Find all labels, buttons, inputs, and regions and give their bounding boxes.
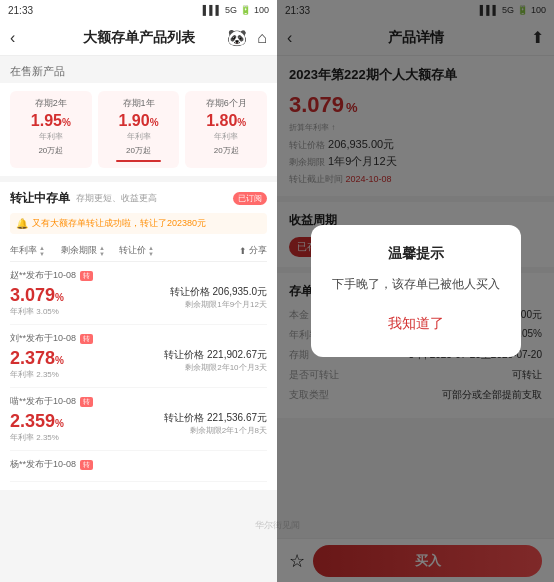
rate-card-2[interactable]: 存期6个月 1.80% 年利率 20万起	[185, 91, 267, 168]
left-nav-bar: ‹ 大额存单产品列表 🐼 ⌂	[0, 20, 277, 56]
transfer-item-2-price: 转让价格 221,536.67元	[72, 411, 267, 425]
transfer-item-3-publisher: 杨**发布于10-08	[10, 458, 76, 471]
share-button[interactable]: ⬆ 分享	[239, 244, 267, 257]
transfer-item-1-tag: 转	[80, 334, 93, 344]
rate-card-0-term: 存期2年	[14, 97, 88, 110]
rate-card-2-sub: 年利率	[189, 131, 263, 142]
transfer-item-0-rate-sub: 年利率 3.05%	[10, 306, 64, 317]
transfer-list-header: 年利率 ▲▼ 剩余期限 ▲▼ 转让价 ▲▼ ⬆ 分享	[10, 240, 267, 262]
transfer-section: 转让中存单 存期更短、收益更高 已订阅 🔔 又有大额存单转让成功啦，转让了202…	[0, 182, 277, 490]
transfer-item-1-header: 刘**发布于10-08 转	[10, 332, 267, 345]
transfer-item-3-tag: 转	[80, 460, 93, 470]
sort-rate-col[interactable]: 年利率 ▲▼	[10, 244, 45, 257]
left-status-bar: 21:33 ▌▌▌ 5G 🔋 100	[0, 0, 277, 20]
modal-box: 温馨提示 下手晚了，该存单已被他人买入 我知道了	[311, 225, 521, 356]
modal-overlay: 温馨提示 下手晚了，该存单已被他人买入 我知道了	[277, 0, 554, 582]
rate-card-1-min: 20万起	[102, 145, 176, 156]
rate-card-0-value: 1.95%	[14, 112, 88, 130]
sort-remain-label: 剩余期限	[61, 244, 97, 257]
transfer-item-1-publisher: 刘**发布于10-08	[10, 332, 76, 345]
transfer-item-0-info: 转让价格 206,935.0元 剩余期限1年9个月12天	[72, 285, 267, 310]
transfer-item-3[interactable]: 杨**发布于10-08 转	[10, 451, 267, 482]
transfer-item-0-body: 3.079% 年利率 3.05% 转让价格 206,935.0元 剩余期限1年9…	[10, 285, 267, 317]
network-type: 5G	[225, 5, 237, 15]
transfer-item-1-remain: 剩余期限2年10个月3天	[72, 362, 267, 373]
transfer-item-2-body: 2.359% 年利率 2.35% 转让价格 221,536.67元 剩余期限2年…	[10, 411, 267, 443]
left-panel: 21:33 ▌▌▌ 5G 🔋 100 ‹ 大额存单产品列表 🐼 ⌂ 在售新产品 …	[0, 0, 277, 582]
rate-card-0[interactable]: 存期2年 1.95% 年利率 20万起	[10, 91, 92, 168]
sort-remain-arrows: ▲▼	[99, 245, 105, 257]
share-label: 分享	[249, 244, 267, 257]
sort-transfer-col[interactable]: 转让价 ▲▼	[119, 244, 154, 257]
transfer-item-2-header: 喵**发布于10-08 转	[10, 395, 267, 408]
transfer-item-0-publisher: 赵**发布于10-08	[10, 269, 76, 282]
home-icon[interactable]: ⌂	[257, 29, 267, 47]
transfer-item-0-price: 转让价格 206,935.0元	[72, 285, 267, 299]
transfer-item-0[interactable]: 赵**发布于10-08 转 3.079% 年利率 3.05% 转让价格 206,…	[10, 262, 267, 325]
left-status-right: ▌▌▌ 5G 🔋 100	[203, 5, 269, 15]
sort-remain-col[interactable]: 剩余期限 ▲▼	[61, 244, 105, 257]
transfer-item-1-info: 转让价格 221,902.67元 剩余期限2年10个月3天	[72, 348, 267, 373]
sort-transfer-label: 转让价	[119, 244, 146, 257]
left-nav-title: 大额存单产品列表	[83, 29, 195, 47]
right-panel: 21:33 ▌▌▌ 5G 🔋 100 ‹ 产品详情 ⬆ 2023年第222期个人…	[277, 0, 554, 582]
modal-title: 温馨提示	[327, 245, 505, 263]
rate-card-0-sub: 年利率	[14, 131, 88, 142]
transfer-item-2-info: 转让价格 221,536.67元 剩余期限2年1个月8天	[72, 411, 267, 436]
transfer-subtitle: 存期更短、收益更高	[76, 192, 157, 205]
transfer-item-2[interactable]: 喵**发布于10-08 转 2.359% 年利率 2.35% 转让价格 221,…	[10, 388, 267, 451]
rate-cards-container: 存期2年 1.95% 年利率 20万起 存期1年 1.90% 年利率 20万起 …	[0, 83, 277, 176]
modal-content: 下手晚了，该存单已被他人买入	[327, 275, 505, 294]
transfer-item-2-rate: 2.359%	[10, 411, 64, 432]
transfer-notice-text: 又有大额存单转让成功啦，转让了202380元	[32, 217, 206, 230]
transfer-item-1[interactable]: 刘**发布于10-08 转 2.378% 年利率 2.35% 转让价格 221,…	[10, 325, 267, 388]
transfer-item-1-rate-sub: 年利率 2.35%	[10, 369, 64, 380]
transfer-item-0-rate: 3.079%	[10, 285, 64, 306]
share-icon: ⬆	[239, 246, 247, 256]
bell-icon: 🔔	[16, 218, 28, 229]
transfer-item-2-tag: 转	[80, 397, 93, 407]
left-back-button[interactable]: ‹	[10, 29, 15, 47]
transfer-item-0-remain: 剩余期限1年9个月12天	[72, 299, 267, 310]
transfer-item-1-body: 2.378% 年利率 2.35% 转让价格 221,902.67元 剩余期限2年…	[10, 348, 267, 380]
transfer-item-1-price: 转让价格 221,902.67元	[72, 348, 267, 362]
new-products-label: 在售新产品	[0, 56, 277, 83]
left-time: 21:33	[8, 5, 33, 16]
transfer-item-3-header: 杨**发布于10-08 转	[10, 458, 267, 471]
rate-card-2-term: 存期6个月	[189, 97, 263, 110]
rate-card-2-min: 20万起	[189, 145, 263, 156]
sort-rate-label: 年利率	[10, 244, 37, 257]
panda-icon: 🐼	[227, 28, 247, 47]
signal-icon: ▌▌▌	[203, 5, 222, 15]
transfer-item-2-rate-sub: 年利率 2.35%	[10, 432, 64, 443]
transfer-item-2-remain: 剩余期限2年1个月8天	[72, 425, 267, 436]
transfer-header: 转让中存单 存期更短、收益更高 已订阅	[10, 190, 267, 207]
sort-rate-arrows: ▲▼	[39, 245, 45, 257]
battery-level: 100	[254, 5, 269, 15]
transfer-item-1-rate: 2.378%	[10, 348, 64, 369]
transfer-notice: 🔔 又有大额存单转让成功啦，转让了202380元	[10, 213, 267, 234]
rate-card-1-value: 1.90%	[102, 112, 176, 130]
modal-confirm-button[interactable]: 我知道了	[327, 311, 505, 337]
transfer-item-0-header: 赵**发布于10-08 转	[10, 269, 267, 282]
transfer-item-2-publisher: 喵**发布于10-08	[10, 395, 76, 408]
rate-card-1-sub: 年利率	[102, 131, 176, 142]
rate-card-0-min: 20万起	[14, 145, 88, 156]
rate-card-2-value: 1.80%	[189, 112, 263, 130]
rate-card-1-term: 存期1年	[102, 97, 176, 110]
battery-icon: 🔋	[240, 5, 251, 15]
left-nav-icons: 🐼 ⌂	[227, 28, 267, 47]
rate-card-1[interactable]: 存期1年 1.90% 年利率 20万起	[98, 91, 180, 168]
rate-card-1-indicator	[116, 160, 160, 162]
transfer-title: 转让中存单	[10, 190, 70, 207]
transfer-item-0-tag: 转	[80, 271, 93, 281]
sort-transfer-arrows: ▲▼	[148, 245, 154, 257]
subscribed-badge[interactable]: 已订阅	[233, 192, 267, 205]
